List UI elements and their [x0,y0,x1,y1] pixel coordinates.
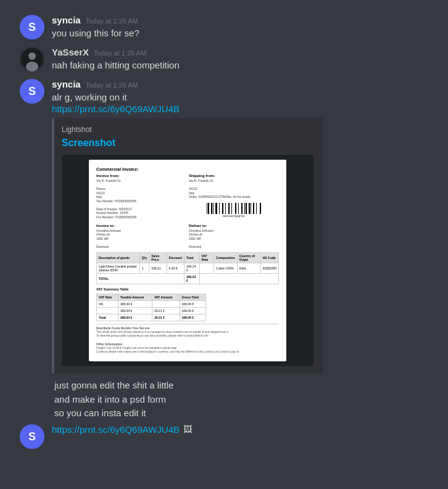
cell-country: India [237,263,260,274]
table-total-row: TOTAL 169.24 € [97,274,279,284]
timestamp-1: Today at 1:26 AM [86,17,138,25]
vat-total-amount: 20.21 € [152,314,180,321]
cell-composition: Cotton 100% [214,263,238,274]
timestamp-3: Today at 1:26 AM [86,81,138,89]
invoice-to-label: Invoice to: [96,224,186,228]
message-content-3: syncia Today at 1:26 AM alr g, working o… [52,79,428,374]
invoice-from-address: Via R. Franklin 31 Parma 43122 Italy Tax… [96,179,186,219]
message-text-2: nah faking a hitting competition [52,59,428,72]
avatar-yasserx [20,47,44,72]
table-row-1: Light Dress Cavalini printed sleeves 30/… [97,263,279,274]
footer-title: Distribute Costs Render One Secure [96,326,279,331]
deliver-to-address: Christina Johnson Omnia ult 1992 WF Denm… [189,229,279,249]
col-description: Description of goods [97,253,140,263]
vat-rate-2 [97,308,118,314]
vat-amount-1 [152,301,180,308]
username-syncia-3: syncia [52,79,81,89]
cell-total-empty [199,274,278,284]
avatar-syncia-bottom: S [20,424,44,449]
barcode-number: 05475102T84QF451 [223,215,246,218]
cell-description: Light Dress Cavalini printed sleeves 30/… [97,263,140,274]
avatar-syncia-3: S [20,79,44,104]
cell-total: 169.24 € [185,263,200,274]
cell-total-label: TOTAL [97,274,185,284]
username-syncia-1: syncia [52,15,81,25]
col-sales-price: Sales Price [149,253,167,263]
invoice-to-address: Christina Johnson Omnia ult 1992 WF Denm… [96,229,186,249]
vat-taxable-1: 169.04 € [118,301,152,308]
message-content-1: syncia Today at 1:26 AM you using this f… [52,15,428,39]
message-group-2: YaSserX Today at 1:26 AM nah faking a hi… [10,42,438,74]
cell-hs-code: 62082090 [260,263,278,274]
other-info-title: Other Information [96,342,279,347]
invoice-from-label: Invoice from: [96,174,186,178]
col-country-origin: Country of Origin [237,253,260,263]
invoice-addresses: Invoice from: Via R. Franklin 31 Parma 4… [96,174,279,220]
col-composition: Composition [214,253,238,263]
vat-col-taxable: Taxable Amount [118,294,152,301]
message-group-1: S syncia Today at 1:26 AM you using this… [10,10,438,42]
inline-text-2: and make it into a psd form [54,393,394,407]
vat-total-taxable: 169.04 € [118,314,152,321]
inline-text-3: so you can insta edit it [54,406,394,421]
message-header-3: syncia Today at 1:26 AM [52,79,428,89]
currency-note: Currency please note values are in the b… [96,350,279,354]
bottom-image-icon: 🖼 [183,424,192,434]
inline-messages: just gonna edit the shit a little and ma… [10,377,438,422]
message-link-3[interactable]: https://prnt.sc/6y6Q69AWJU4B [52,104,428,114]
inline-text-1: just gonna edit the shit a little [54,379,394,393]
svg-text:S: S [28,85,36,97]
footer-line-2: To view the privacy policy pertaining to… [96,334,279,338]
col-total: Total [185,253,200,263]
bottom-content: https://prnt.sc/6y6Q69AWJU4B 🖼 [52,424,428,435]
vat-col-rate: VAT Rate [97,294,118,301]
col-discount: Discount [167,253,184,263]
barcode: 05475102T84QF451 [189,202,279,218]
cell-sales-price: 169.21 [149,263,167,274]
invoice-preview: Commercial Invoice: Invoice from: Via R.… [89,160,286,361]
shipping-from-section: Shipping from: Via R. Franklin 31 43122 … [189,174,279,220]
vat-summary-title: VAT Summary Table [96,287,279,291]
message-content-2: YaSserX Today at 1:26 AM nah faking a hi… [52,47,428,72]
col-hs-code: HS Code [260,253,278,263]
vat-row-2: 169.04 € 20.21 € 169.04 € [97,308,206,314]
message-group-3: S syncia Today at 1:26 AM alr g, working… [10,74,438,376]
svg-text:S: S [28,21,36,33]
col-vat-rate: VAT Rate [199,253,214,263]
shipping-from-address: Via R. Franklin 31 43122 Italy Order: ZZ… [189,179,279,199]
avatar-syncia-1: S [20,15,44,39]
bottom-message: S https://prnt.sc/6y6Q69AWJU4B 🖼 [10,422,438,451]
cell-vat-rate [199,263,214,274]
invoice-footer: Distribute Costs Render One Secure This … [96,324,279,354]
barcode-bars [207,202,261,214]
vat-total-label: Total [97,314,118,321]
svg-point-5 [26,62,38,72]
username-yasserx: YaSserX [52,47,89,57]
svg-text:S: S [28,430,36,443]
messages-container: S syncia Today at 1:26 AM you using this… [0,0,448,461]
cell-total-value: 169.24 € [185,274,200,284]
timestamp-2: Today at 1:26 AM [94,49,146,57]
col-qty: Qty [139,253,149,263]
vat-gross-2: 169.04 € [180,308,205,314]
deliver-to-label: Deliver to: [189,224,279,228]
cell-discount: 0.00 € [167,263,184,274]
vat-row-1: 0% 169.04 € 169.04 € [97,301,206,308]
message-text-3: alr g, working on it [52,91,428,104]
invoice-from-section: Invoice from: Via R. Franklin 31 Parma 4… [96,174,186,220]
bottom-link[interactable]: https://prnt.sc/6y6Q69AWJU4B [52,424,180,435]
invoice-title: Commercial Invoice: [96,167,279,171]
embed-container: Lightshot Screenshot Commercial Invoice:… [52,118,323,374]
invoice-to-grid: Invoice to: Christina Johnson Omnia ult … [96,224,279,249]
vat-taxable-2: 169.04 € [118,308,152,314]
invoice-to-section: Invoice to: Christina Johnson Omnia ult … [96,224,186,249]
vat-total-gross: 169.04 € [180,314,205,321]
message-header-1: syncia Today at 1:26 AM [52,15,428,25]
embed-provider: Lightshot [62,125,313,134]
embed-title: Screenshot [62,138,313,149]
vat-col-amount: VAT Amount [152,294,180,301]
vat-col-gross: Gross Total [180,294,205,301]
vat-amount-2: 20.21 € [152,308,180,314]
deliver-to-section: Deliver to: Christina Johnson Omnia ult … [189,224,279,249]
cell-qty: 1 [139,263,149,274]
